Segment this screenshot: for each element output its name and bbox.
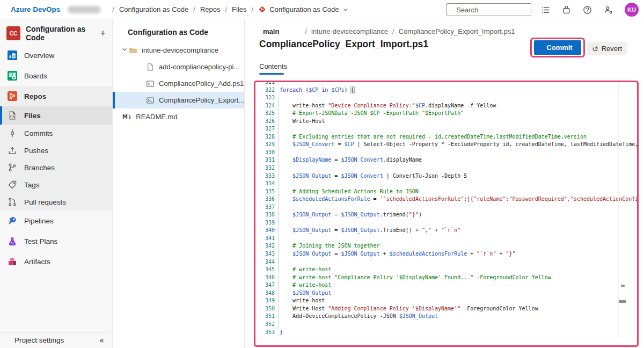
code-line[interactable]: 324 write-host "Device Compliance Policy… <box>255 102 637 110</box>
search-box[interactable] <box>447 3 531 16</box>
project-avatar[interactable]: CC <box>6 26 20 40</box>
repo-selector[interactable]: Configuration as Code <box>258 5 348 13</box>
code-token: $CP <box>344 141 354 147</box>
marketplace-bag-icon[interactable] <box>562 5 571 15</box>
files-icon <box>8 111 17 120</box>
sidebar-item-pull-requests[interactable]: Pull requests <box>0 193 112 211</box>
sidebar-item-boards[interactable]: Boards <box>0 66 112 86</box>
code-line[interactable]: 331 $DisplayName = $JSON_Convert.display… <box>255 156 637 164</box>
avatar[interactable]: KU <box>625 3 639 17</box>
boards-icon-slot <box>7 70 18 81</box>
sidebar-item-pushes[interactable]: Pushes <box>0 142 112 159</box>
tree-item-compliancepolicy-export[interactable]: CompliancePolicy_Export... <box>113 92 244 108</box>
sidebar-item-test-plans[interactable]: Test Plans <box>0 231 112 251</box>
code-line[interactable]: 328 # Excluding entries that are not req… <box>255 133 637 141</box>
code-line[interactable]: 346 # write-host "Compliance Policy '$Di… <box>255 274 637 282</box>
code-token: $JSON_Output <box>292 290 331 296</box>
brand-link[interactable]: Azure DevOps <box>11 5 60 13</box>
code-line[interactable]: 341 <box>255 235 637 243</box>
sidebar-item-repos[interactable]: Repos <box>0 86 112 106</box>
code-line[interactable]: 332 <box>255 164 637 172</box>
code-line[interactable]: 322foreach ($CP in $CPs) { <box>255 86 637 95</box>
path-crumb-intune-devicecompliance[interactable]: intune-devicecompliance <box>311 27 388 35</box>
help-icon[interactable] <box>583 5 592 15</box>
add-project-button[interactable]: + <box>100 28 106 38</box>
sidebar-item-overview[interactable]: Overview <box>0 45 112 66</box>
repos-icon-slot <box>7 91 18 102</box>
code-line[interactable]: 345 # write-host <box>255 266 637 274</box>
code-token: in <box>321 87 328 93</box>
code-line[interactable]: 352 <box>255 321 637 329</box>
sidebar-item-pipelines[interactable]: Pipelines <box>0 211 112 231</box>
project-settings-button[interactable]: Project settings « <box>0 332 112 348</box>
code-line[interactable]: 333 $JSON_Output = $JSON_Convert | Conve… <box>255 172 637 180</box>
code-line[interactable]: 321 <box>255 82 637 86</box>
sidebar-item-files[interactable]: Files <box>0 106 112 125</box>
code-token: = <box>331 157 341 163</box>
code-line[interactable]: 349 write-host <box>255 297 637 305</box>
tree-item-add-compliancepolicy-pi[interactable]: add-compliancepolicy-pi... <box>113 59 244 75</box>
tree-item-label: README.md <box>136 113 177 121</box>
revert-button[interactable]: ↺ Revert <box>587 42 627 55</box>
sidebar-item-branches[interactable]: Branches <box>0 159 112 176</box>
code-line-text: $JSON_Convert = $CP | Select-Object -Pro… <box>280 141 637 149</box>
ps1-icon <box>146 79 155 88</box>
path-crumb-compliancepolicy-export-import-ps1[interactable]: CompliancePolicy_Export_Import.ps1 <box>399 27 515 35</box>
code-line-text: $JSON_Output = $JSON_Output.TrimEnd() + … <box>280 227 460 235</box>
code-line[interactable]: 343 $JSON_Output = $JSON_Output + $sched… <box>255 250 637 258</box>
sidebar-item-tags[interactable]: Tags <box>0 176 112 193</box>
code-line[interactable]: 350 Write-Host "Adding Compliance Policy… <box>255 305 637 313</box>
search-input[interactable] <box>455 5 519 15</box>
scrollbar-track[interactable] <box>618 82 619 337</box>
collapse-sidebar-icon[interactable]: « <box>99 336 104 345</box>
code-line[interactable]: 340 $JSON_Output = $JSON_Output.TrimEnd(… <box>255 227 637 235</box>
tree-repo-title[interactable]: Configuration as Code <box>128 28 232 37</box>
tree-item-intune-devicecompliance[interactable]: intune-devicecompliance <box>113 42 244 59</box>
code-token: # write-host "Compliance Policy '$Displa… <box>280 274 551 280</box>
code-line[interactable]: 326 Write-Host <box>255 118 637 126</box>
line-number: 344 <box>255 258 280 266</box>
sidebar-item-commits[interactable]: Commits <box>0 125 112 142</box>
code-line[interactable]: 344 <box>255 258 637 266</box>
scrollbar-marker[interactable] <box>621 285 625 287</box>
code-line[interactable]: 335 # Adding Scheduled Actions Rule to J… <box>255 188 637 196</box>
scrollbar-thumb[interactable] <box>619 300 626 303</box>
code-line[interactable]: 342 # Joining the JSON together <box>255 242 637 250</box>
breadcrumb-item-repos[interactable]: Repos <box>200 5 221 13</box>
code-line[interactable]: 329 $JSON_Convert = $CP | Select-Object … <box>255 141 637 149</box>
code-line[interactable]: 347 # write-host <box>255 281 637 289</box>
code-token: "`r`n" <box>477 251 496 257</box>
branch-selector[interactable]: main <box>263 27 279 35</box>
sidebar-item-artifacts[interactable]: Artifacts <box>0 251 112 272</box>
code-token: $JSON_Output <box>292 173 331 179</box>
code-line[interactable]: 339 <box>255 219 637 227</box>
code-line[interactable]: 323 <box>255 94 637 102</box>
ps1-icon <box>146 96 155 105</box>
code-token: # write-host <box>280 282 331 288</box>
code-line[interactable]: 330 <box>255 149 637 157</box>
tree-item-readme-md[interactable]: M↓README.md <box>113 108 244 125</box>
commit-button[interactable]: Commit <box>534 40 581 55</box>
code-line[interactable]: 348 $JSON_Output <box>255 289 637 298</box>
code-line[interactable]: 351 Add-DeviceCompliancePolicy -JSON $JS… <box>255 313 637 321</box>
code-line[interactable]: 327 <box>255 125 637 133</box>
code-token: Write-Host <box>280 306 328 311</box>
project-name[interactable]: Configuration as Code <box>26 25 100 42</box>
code-line[interactable]: 336 $scheduledActionsForRule = '"schedul… <box>255 195 637 204</box>
code-line[interactable]: 338 $JSON_Output = $JSON_Output.trimend(… <box>255 211 637 219</box>
tab-contents[interactable]: Contents <box>259 62 287 70</box>
breadcrumb-item-files[interactable]: Files <box>232 5 246 13</box>
user-settings-icon[interactable] <box>604 5 613 15</box>
line-number: 324 <box>255 102 280 110</box>
code-line[interactable]: 325 # Export-JSONData -JSON $CP -ExportP… <box>255 110 637 118</box>
organization-name-blurred[interactable] <box>68 6 101 13</box>
chevron-down-icon[interactable] <box>121 46 129 54</box>
code-line[interactable]: 353} <box>255 329 637 337</box>
code-line[interactable]: 337 <box>255 204 637 212</box>
task-list-icon[interactable] <box>541 5 550 15</box>
code-editor[interactable]: 321322foreach ($CP in $CPs) {323324 writ… <box>255 82 637 345</box>
code-token <box>280 227 292 233</box>
tree-item-compliancepolicy-add-ps1[interactable]: CompliancePolicy_Add.ps1 <box>113 75 244 92</box>
code-line[interactable]: 334 <box>255 180 637 188</box>
breadcrumb-item-configuration-as-code[interactable]: Configuration as Code <box>119 5 188 13</box>
